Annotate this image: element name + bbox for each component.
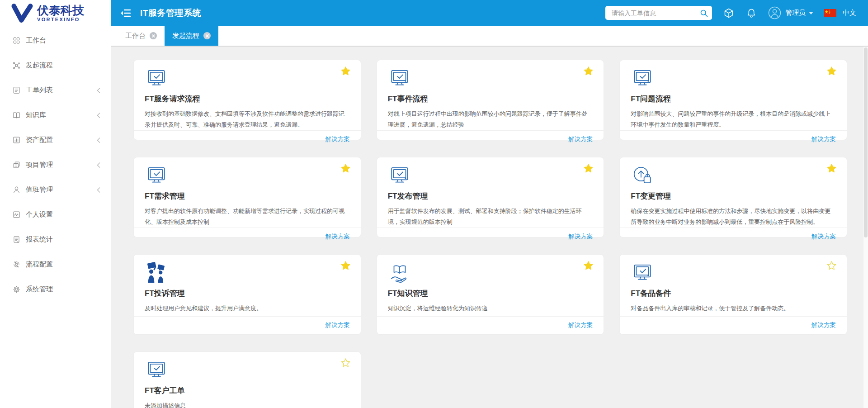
book-hand-icon (388, 261, 411, 284)
favorite-star-icon[interactable] (583, 66, 594, 76)
card-description: 知识沉淀，将运维经验转化为知识传递 (388, 303, 593, 314)
solution-link[interactable]: 解决方案 (326, 136, 350, 142)
favorite-star-icon[interactable] (340, 163, 351, 174)
process-card[interactable]: FT客户工单 未添加描述信息 (133, 351, 361, 408)
process-card[interactable]: FT变更管理 确保在变更实施过程中使用标准的方法和步骤，尽快地实施变更，以将由变… (619, 157, 847, 237)
card-body: FT发布管理 用于监督软件发布的发展、测试、部署和支持阶段；保护软件稳定的生活环… (377, 157, 604, 228)
favorite-star-icon[interactable] (583, 261, 594, 271)
tab[interactable]: 发起流程 (165, 26, 218, 46)
card-body: FT投诉管理 及时处理用户意见和建议，提升用户满意度。 (134, 255, 361, 316)
header-bar: IT服务管理系统 管理员 中文 (111, 0, 868, 26)
scrollbar[interactable] (863, 47, 868, 408)
close-icon[interactable] (150, 32, 157, 39)
card-title: FT知识管理 (388, 288, 593, 299)
favorite-star-icon[interactable] (340, 358, 351, 368)
sidebar-item-label: 工作台 (26, 36, 101, 45)
process-card[interactable]: FT发布管理 用于监督软件发布的发展、测试、部署和支持阶段；保护软件稳定的生活环… (377, 157, 604, 237)
card-footer: 解决方案 (620, 316, 847, 334)
favorite-star-icon[interactable] (826, 66, 837, 76)
process-card[interactable]: FT服务请求流程 对接收到的基础数据修改、文档回填等不涉及软件功能调整的需求进行… (133, 60, 361, 140)
card-title: FT问题流程 (631, 94, 836, 104)
sidebar-item[interactable]: 系统管理 (0, 277, 111, 302)
tab[interactable]: 工作台 (118, 26, 165, 46)
solution-link[interactable]: 解决方案 (326, 322, 350, 328)
card-title: FT服务请求流程 (145, 94, 350, 104)
avatar[interactable] (768, 6, 781, 19)
sidebar-item[interactable]: 发起流程 (0, 53, 111, 78)
sidebar-item[interactable]: 资产配置 (0, 128, 111, 152)
solution-link[interactable]: 解决方案 (811, 322, 836, 328)
solution-link[interactable]: 解决方案 (568, 233, 593, 240)
docs-icon (12, 161, 21, 169)
sidebar-item[interactable]: 值班管理 (0, 177, 111, 202)
card-description: 对备品备件出入库的审核和记录，便于管控及了解备件动态。 (631, 303, 836, 314)
solution-link[interactable]: 解决方案 (811, 136, 836, 142)
process-card[interactable]: FT问题流程 对影响范围较大、问题较严重的事件的升级记录，根本目的是消除或减少线… (619, 60, 847, 140)
card-body: FT知识管理 知识沉淀，将运维经验转化为知识传递 (377, 255, 604, 316)
card-body: FT客户工单 未添加描述信息 (134, 352, 361, 408)
sidebar-item[interactable]: 项目管理 (0, 152, 111, 177)
chevron-left-icon (96, 187, 101, 193)
search-icon[interactable] (699, 9, 708, 18)
bell-icon[interactable] (746, 8, 757, 19)
caret-down-icon[interactable] (809, 12, 813, 14)
close-icon[interactable] (203, 32, 211, 39)
app-title: IT服务管理系统 (140, 7, 201, 19)
tab-label: 发起流程 (172, 32, 199, 40)
monitor-check-icon (631, 67, 654, 90)
sidebar-item-label: 知识库 (26, 111, 96, 119)
sidebar-menu: 工作台 发起流程 工单列表 (0, 26, 111, 302)
favorite-star-icon[interactable] (583, 163, 594, 174)
card-description: 确保在变更实施过程中使用标准的方法和步骤，尽快地实施变更，以将由变更所导致的业务… (631, 206, 836, 228)
favorite-star-icon[interactable] (340, 66, 351, 76)
card-footer: 解决方案 (377, 316, 604, 334)
brand-subtitle: VORTEXINFO (37, 17, 84, 22)
chevron-left-icon (96, 112, 101, 119)
solution-link[interactable]: 解决方案 (811, 233, 836, 240)
sidebar-item[interactable]: 流程配置 (0, 252, 111, 277)
list-icon (12, 86, 21, 95)
process-card[interactable]: FT需求管理 对客户提出的软件原有功能调整、功能新增等需求进行记录，实现过程的可… (133, 157, 361, 237)
monitor-check-icon (145, 359, 168, 381)
scrollbar-thumb[interactable] (864, 47, 868, 237)
tab-bar: 工作台 发起流程 (111, 26, 868, 47)
card-body: FT需求管理 对客户提出的软件原有功能调整、功能新增等需求进行记录，实现过程的可… (134, 157, 361, 228)
gear-sync-icon (12, 260, 21, 269)
card-footer: 解决方案 (134, 130, 361, 148)
card-body: FT事件流程 对线上项目运行过程中出现的影响范围较小的问题跟踪记录，便于了解事件… (377, 60, 604, 130)
process-card-grid: FT服务请求流程 对接收到的基础数据修改、文档回填等不涉及软件功能调整的需求进行… (133, 60, 847, 408)
monitor-check-icon (631, 261, 654, 284)
favorite-star-icon[interactable] (340, 261, 351, 271)
chevron-left-icon (96, 162, 101, 168)
chart-icon (12, 136, 21, 144)
solution-link[interactable]: 解决方案 (568, 136, 593, 142)
process-card[interactable]: FT知识管理 知识沉淀，将运维经验转化为知识传递 解决方案 (377, 254, 604, 335)
sidebar-item[interactable]: 报表统计 (0, 227, 111, 252)
search-input[interactable] (611, 9, 699, 17)
sidebar-item[interactable]: 个人设置 (0, 202, 111, 227)
sidebar-item-label: 资产配置 (26, 136, 96, 144)
sidebar-collapse-icon[interactable] (120, 9, 131, 18)
process-card[interactable]: FT事件流程 对线上项目运行过程中出现的影响范围较小的问题跟踪记录，便于了解事件… (377, 60, 604, 140)
sidebar-item[interactable]: 工作台 (0, 28, 111, 53)
sidebar-item[interactable]: 工单列表 (0, 78, 111, 103)
language-label[interactable]: 中文 (843, 9, 856, 17)
process-card[interactable]: FT备品备件 对备品备件出入库的审核和记录，便于管控及了解备件动态。 解决方案 (619, 254, 847, 335)
monitor-check-icon (388, 67, 411, 90)
content-area: FT服务请求流程 对接收到的基础数据修改、文档回填等不涉及软件功能调整的需求进行… (111, 47, 868, 408)
china-flag-icon[interactable] (824, 9, 836, 17)
process-card[interactable]: FT投诉管理 及时处理用户意见和建议，提升用户满意度。 解决方案 (133, 254, 361, 335)
card-body: FT服务请求流程 对接收到的基础数据修改、文档回填等不涉及软件功能调整的需求进行… (134, 60, 361, 130)
chevron-left-icon (96, 137, 101, 143)
sidebar-item-label: 个人设置 (26, 210, 101, 219)
solution-link[interactable]: 解决方案 (326, 233, 350, 240)
sidebar-item-label: 报表统计 (26, 235, 101, 244)
box-icon[interactable] (723, 8, 734, 19)
logo: 伏泰科技 VORTEXINFO (0, 0, 111, 26)
book-icon (12, 111, 21, 119)
favorite-star-icon[interactable] (826, 261, 837, 271)
user-name[interactable]: 管理员 (785, 9, 806, 17)
favorite-star-icon[interactable] (826, 163, 837, 174)
sidebar-item[interactable]: 知识库 (0, 103, 111, 128)
solution-link[interactable]: 解决方案 (568, 322, 593, 328)
